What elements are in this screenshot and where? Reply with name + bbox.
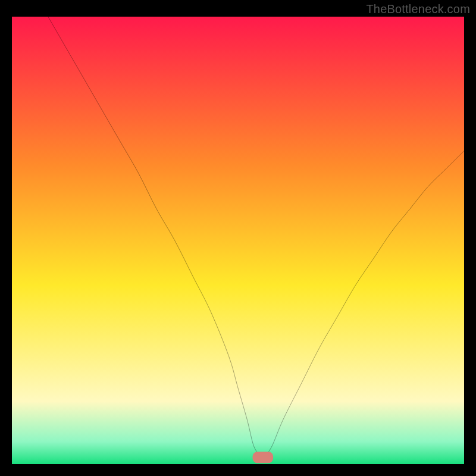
optimal-marker bbox=[253, 452, 273, 463]
plot-area bbox=[12, 17, 464, 464]
watermark-text: TheBottleneck.com bbox=[366, 2, 470, 16]
gradient-background bbox=[12, 17, 464, 464]
chart-frame: TheBottleneck.com bbox=[0, 0, 476, 476]
bottleneck-chart-svg bbox=[12, 17, 464, 464]
